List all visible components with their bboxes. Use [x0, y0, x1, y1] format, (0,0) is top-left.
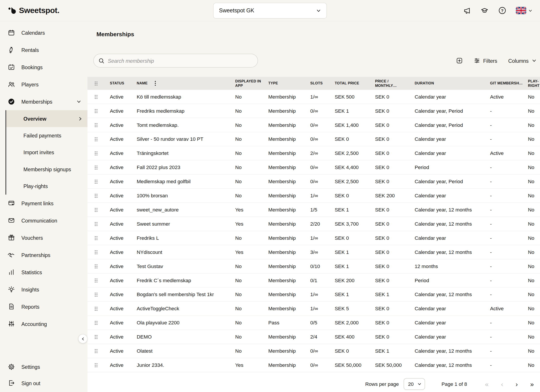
- filters-button[interactable]: Filters: [474, 57, 497, 64]
- table-row[interactable]: Active Tomt medlemskap. No Membership 0/…: [87, 118, 540, 132]
- search-membership-box: [93, 54, 258, 67]
- drag-handle[interactable]: [87, 278, 110, 283]
- next-page-button[interactable]: ›: [515, 381, 518, 387]
- table-row[interactable]: Active Fredriks L No Membership 1/∞ SEK …: [87, 231, 540, 245]
- drag-handle[interactable]: [87, 221, 110, 226]
- main-content: Memberships Filters: [87, 21, 540, 392]
- table-row[interactable]: Active Medlemskap med golfbil No Members…: [87, 175, 540, 189]
- sidebar-item-calendars[interactable]: Calendars: [0, 24, 87, 41]
- drag-handle[interactable]: [87, 122, 110, 127]
- cell-name: Bogdan's sell membership Test 1kr: [137, 292, 235, 297]
- table-row[interactable]: Active Ola playvalue 2200 No Pass 0/5 SE…: [87, 316, 540, 330]
- sidebar-item-label: Membership signups: [23, 166, 71, 172]
- cell-type: Membership: [268, 348, 310, 354]
- sidebar-item-bookings[interactable]: Bookings: [0, 59, 87, 76]
- drag-handle[interactable]: [87, 292, 110, 297]
- announcements-icon[interactable]: [463, 7, 471, 14]
- drag-handle[interactable]: [87, 264, 110, 269]
- drag-handle[interactable]: [87, 151, 110, 156]
- table-row[interactable]: Active 100% brorsan No Membership 1/∞ SE…: [87, 189, 540, 203]
- sidebar-item-play-rights[interactable]: Play-rights: [6, 178, 87, 195]
- sidebar-item-membership-signups[interactable]: Membership signups: [6, 161, 87, 178]
- cell-duration: Calendar year, 12 months: [415, 249, 490, 255]
- cell-status: Active: [110, 362, 137, 368]
- sidebar-item-vouchers[interactable]: Vouchers: [0, 229, 87, 246]
- collapse-sidebar-button[interactable]: [78, 334, 87, 343]
- sidebar-item-import-invites[interactable]: Import invites: [6, 144, 87, 161]
- academy-icon[interactable]: [480, 7, 489, 14]
- drag-handle[interactable]: [87, 165, 110, 170]
- column-menu-icon[interactable]: [155, 81, 156, 86]
- cell-play-right: No: [528, 362, 540, 368]
- last-page-button[interactable]: »: [530, 381, 534, 387]
- filters-label: Filters: [483, 58, 497, 63]
- sidebar-item-statistics[interactable]: Statistics: [0, 263, 87, 281]
- sidebar-item-accounting[interactable]: Accounting: [0, 315, 87, 332]
- sidebar-item-reports[interactable]: Reports: [0, 298, 87, 315]
- table-row[interactable]: Active DEMO No Membership 2/4 SEK 400 SE…: [87, 330, 540, 344]
- sidebar-item-communication[interactable]: Communication: [0, 212, 87, 229]
- cell-play-right: No: [528, 207, 540, 213]
- sidebar-item-partnerships[interactable]: Partnerships: [0, 246, 87, 263]
- help-icon[interactable]: ?: [498, 7, 506, 15]
- table-row[interactable]: Active Olatest No Membership 0/∞ SEK 0 S…: [87, 344, 540, 358]
- search-input[interactable]: [108, 58, 256, 63]
- table-row[interactable]: Active Silver - 50 rundor varav 10 PT No…: [87, 132, 540, 146]
- uk-flag-icon: [516, 7, 526, 14]
- table-row[interactable]: Active Sweet summer Yes Membership 2/20 …: [87, 217, 540, 231]
- cell-displayed-in-app: No: [235, 179, 269, 184]
- drag-handle[interactable]: [87, 207, 110, 212]
- drag-handle[interactable]: [87, 334, 110, 339]
- sidebar-item-label: Vouchers: [21, 235, 43, 240]
- cell-status: Active: [110, 292, 137, 297]
- table-row[interactable]: Active Fredrik C´s medlemskap No Members…: [87, 274, 540, 288]
- sidebar-item-rentals[interactable]: Rentals: [0, 41, 87, 59]
- table-row[interactable]: Active ActiveToggleCheck No Membership 1…: [87, 302, 540, 316]
- columns-button[interactable]: Columns: [508, 58, 536, 63]
- table-row[interactable]: Active NYdiscount Yes Membership 3/∞ SEK…: [87, 245, 540, 259]
- table-row[interactable]: Active Test Gustav No Membership 0/10 SE…: [87, 259, 540, 274]
- sidebar-item-memberships[interactable]: Memberships: [0, 93, 87, 110]
- drag-handle[interactable]: [87, 363, 110, 368]
- cell-displayed-in-app: Yes: [235, 362, 269, 368]
- sidebar-item-players[interactable]: Players: [0, 76, 87, 93]
- sidebar-item-settings[interactable]: Settings: [0, 358, 87, 375]
- table-row[interactable]: Active Fredriks medlemskap No Membership…: [87, 104, 540, 118]
- envelope-icon: [8, 217, 15, 224]
- cell-play-right: No: [528, 235, 540, 241]
- cell-play-right: No: [528, 193, 540, 198]
- prev-page-button[interactable]: ‹: [501, 381, 503, 387]
- cell-displayed-in-app: No: [235, 151, 269, 156]
- sidebar-item-failed-payments[interactable]: Failed payments: [6, 127, 87, 144]
- language-selector[interactable]: [516, 7, 532, 14]
- sidebar-item-overview[interactable]: Overview: [6, 110, 87, 127]
- table-row[interactable]: Active Bogdan's sell membership Test 1kr…: [87, 287, 540, 302]
- drag-handle[interactable]: [87, 193, 110, 198]
- sidebar-item-payment-links[interactable]: Payment links: [0, 195, 87, 212]
- table-row[interactable]: Active Träningskortet No Membership 2/∞ …: [87, 146, 540, 161]
- club-selector[interactable]: Sweetspot GK: [213, 3, 327, 19]
- drag-handle[interactable]: [87, 235, 110, 240]
- cell-slots: 2/20: [310, 221, 335, 227]
- drag-handle[interactable]: [87, 306, 110, 311]
- sidebar-item-sign-out[interactable]: Sign out: [0, 375, 87, 391]
- drag-handle[interactable]: [87, 94, 110, 99]
- drag-handle[interactable]: [87, 179, 110, 184]
- cell-name: Tomt medlemskap.: [137, 122, 235, 128]
- add-membership-button[interactable]: [456, 57, 463, 64]
- table-row[interactable]: Active Kö till medlemsskap No Membership…: [87, 90, 540, 104]
- drag-handle[interactable]: [87, 348, 110, 354]
- drag-handle[interactable]: [87, 136, 110, 142]
- cell-status: Active: [110, 263, 137, 269]
- cell-duration: Calendar year: [415, 306, 490, 311]
- table-row[interactable]: Active sweet_new_autore Yes Membership 1…: [87, 203, 540, 217]
- rows-per-page-select[interactable]: 20: [404, 378, 425, 390]
- sidebar-item-insights[interactable]: Insights: [0, 281, 87, 298]
- drag-handle[interactable]: [87, 108, 110, 113]
- drag-handle[interactable]: [87, 320, 110, 325]
- first-page-button[interactable]: «: [485, 381, 489, 387]
- drag-handle[interactable]: [87, 250, 110, 255]
- table-footer: Rows per page 20 Page 1 of 8 « ‹ › »: [87, 376, 540, 392]
- table-row[interactable]: Active Junior 2334. Yes Membership 0/∞ S…: [87, 358, 540, 372]
- table-row[interactable]: Active Fall 2022 plus 2023 No Membership…: [87, 161, 540, 175]
